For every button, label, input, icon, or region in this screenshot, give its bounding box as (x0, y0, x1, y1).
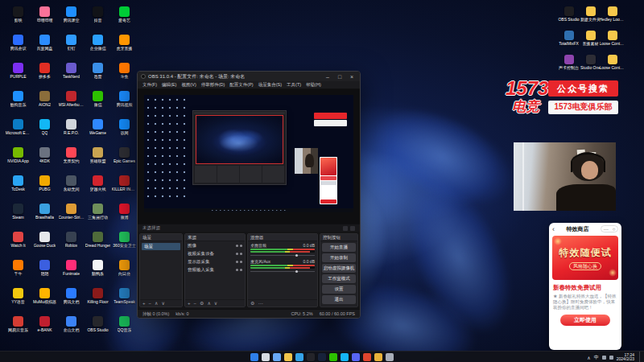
desktop-icon[interactable]: Hedley Loose Cont (601, 5, 623, 29)
back-icon[interactable]: ‹ (552, 225, 555, 233)
source-toolbar-icon-filters[interactable] (343, 226, 348, 231)
lock-icon[interactable] (240, 253, 242, 255)
desktop-icon[interactable]: 腾讯视频 (111, 89, 138, 117)
obs-preview-canvas[interactable] (144, 95, 353, 212)
visibility-eye-icon[interactable] (236, 245, 238, 247)
show-desktop-button[interactable] (639, 352, 641, 362)
desktop-icon[interactable]: 战网 (111, 117, 138, 146)
visibility-eye-icon[interactable] (236, 253, 238, 255)
desktop-icon[interactable]: MSI Afterburner (58, 89, 85, 117)
desktop-icon[interactable]: Goose Duck (31, 230, 58, 258)
desktop-icon[interactable]: 拼多多 (31, 61, 58, 89)
desktop-icon[interactable]: 腾讯课堂 (58, 5, 85, 33)
control-button[interactable]: 开始录制 (322, 253, 356, 262)
desktop-icon[interactable]: Roblox (58, 230, 85, 258)
taskbar-icon[interactable] (262, 353, 270, 361)
desktop-icon[interactable]: 4KDK (31, 146, 58, 174)
desktop-icon[interactable]: 企业微信 (85, 33, 111, 61)
desktop-icon[interactable]: Watch It (5, 230, 31, 258)
menu-item[interactable]: 帮助(H) (306, 82, 321, 88)
desktop-icon[interactable]: 腾讯会议 (5, 33, 31, 61)
more-icon[interactable]: ⋯ (604, 226, 609, 232)
taskbar-clock[interactable]: 17:24 2024/2/23 (617, 353, 634, 362)
desktop-icon[interactable]: 金山文档 (58, 315, 85, 343)
desktop-icon[interactable]: 永劫无间 (58, 174, 85, 202)
source-properties-button[interactable]: ⚙ (200, 300, 204, 306)
source-list-item[interactable]: 视频采集设备 (185, 249, 245, 257)
taskbar-icon[interactable] (363, 353, 371, 361)
obs-titlebar[interactable]: OBS 31.0.4 - 配置文件: 未命名 - 场景: 未命名 – □ × (138, 72, 360, 81)
scene-list-item[interactable]: 场景 (142, 243, 180, 250)
desktop-icon[interactable]: PURPLE (5, 61, 31, 89)
taskbar-icon[interactable] (273, 353, 281, 361)
remove-scene-button[interactable]: − (149, 300, 152, 306)
desktop-icon[interactable]: PUBG (31, 174, 58, 202)
volume-slider[interactable] (250, 270, 315, 273)
desktop-icon[interactable]: 迅雷 (85, 61, 111, 89)
source-up-button[interactable]: ∧ (207, 300, 210, 306)
desktop-icon[interactable]: 虎牙直播 (111, 33, 138, 61)
desktop-icon[interactable]: 新建文件夹 (580, 5, 601, 29)
control-button[interactable]: 开始直播 (322, 243, 356, 252)
desktop-icon[interactable]: TcDesk (5, 174, 31, 202)
taskbar-icon[interactable] (295, 353, 303, 361)
network-icon[interactable] (602, 356, 606, 360)
mixer-more-icon[interactable]: ⋯ (258, 300, 262, 306)
desktop-icon[interactable]: Funimate (58, 258, 85, 286)
menu-item[interactable]: 配置文件(P) (229, 82, 253, 88)
volume-slider[interactable] (250, 254, 315, 257)
desktop-icon[interactable]: WeGame (85, 117, 111, 146)
desktop-icon[interactable]: TotalMixFX (558, 29, 580, 53)
desktop-icon[interactable]: 三角洲行动 (85, 202, 111, 230)
source-list-item[interactable]: 音频输入采集 (185, 265, 245, 274)
desktop-icon[interactable]: 爱奇艺 (111, 5, 138, 33)
scene-up-button[interactable]: ∧ (155, 300, 158, 306)
desktop-icon[interactable]: Counter-Strike 2 (58, 202, 85, 230)
desktop-icon[interactable]: 鹅鸭杀 (85, 258, 111, 286)
lock-icon[interactable] (240, 269, 242, 271)
minimize-button[interactable]: – (323, 74, 332, 80)
taskbar-icon[interactable] (318, 353, 326, 361)
taskbar-icon[interactable] (284, 353, 292, 361)
desktop-icon[interactable]: 微博 (111, 202, 138, 230)
desktop-icon[interactable]: TeamSpeak (111, 286, 138, 315)
visibility-eye-icon[interactable] (236, 269, 238, 271)
desktop-icon[interactable]: 哔哩哔哩 (31, 5, 58, 33)
source-toolbar-icon-properties[interactable] (350, 226, 355, 231)
taskbar-icon[interactable] (352, 353, 360, 361)
desktop-icon[interactable]: Brawlhalla (31, 202, 58, 230)
control-button[interactable]: 退出 (322, 295, 356, 304)
desktop-icon[interactable]: e-BANK (31, 315, 58, 343)
tray-expand-icon[interactable]: ∧ (587, 355, 590, 360)
menu-item[interactable]: 工具(T) (287, 82, 301, 88)
scene-down-button[interactable]: ∨ (161, 300, 164, 306)
desktop-icon[interactable]: NVIDIA App (5, 146, 31, 174)
desktop-icon[interactable]: 英雄联盟 (85, 146, 111, 174)
desktop-icon[interactable]: TaskNerd (58, 61, 85, 89)
desktop-icon[interactable]: 百度网盘 (31, 33, 58, 61)
desktop-icon[interactable]: 微信 (85, 89, 111, 117)
desktop-icon[interactable]: MuMu模拟器 (31, 286, 58, 315)
maximize-button[interactable]: □ (335, 74, 345, 80)
taskbar-icon[interactable] (341, 353, 349, 361)
close-button[interactable]: × (347, 74, 357, 80)
control-button[interactable]: 设置 (322, 285, 356, 294)
desktop-icon[interactable]: 剪映 (5, 5, 31, 33)
source-down-button[interactable]: ∨ (214, 300, 217, 306)
visibility-eye-icon[interactable] (236, 261, 238, 263)
add-scene-button[interactable]: + (142, 300, 146, 306)
desktop-icon[interactable]: 无畏契约 (58, 146, 85, 174)
desktop-icon[interactable]: Loose Control-B (601, 53, 623, 77)
desktop-icon[interactable]: 向日葵 (111, 258, 138, 286)
desktop-icon[interactable]: 声卡控制台 (558, 53, 580, 77)
desktop-icon[interactable]: Epic Games (111, 146, 138, 174)
lock-icon[interactable] (240, 261, 242, 263)
desktop-icon[interactable]: 陌陌 (31, 258, 58, 286)
source-list-item[interactable]: 图像 (185, 241, 245, 249)
volume-icon[interactable] (609, 356, 613, 360)
desktop-icon[interactable]: OBS Studio (558, 5, 580, 29)
mixer-settings-icon[interactable]: ⚙ (250, 300, 254, 306)
desktop-icon[interactable]: 直播素材 (580, 29, 601, 53)
taskbar-icon[interactable] (250, 353, 258, 361)
desktop-icon[interactable]: R.E.P.O. (58, 117, 85, 146)
